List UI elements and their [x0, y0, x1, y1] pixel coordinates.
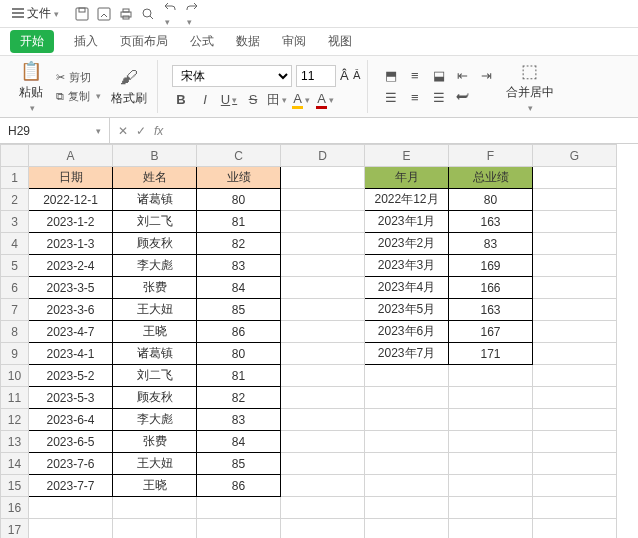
cell[interactable]: 王大妞 — [113, 299, 197, 321]
tab-insert[interactable]: 插入 — [72, 29, 100, 54]
cell[interactable] — [197, 519, 281, 539]
cell[interactable]: 顾友秋 — [113, 387, 197, 409]
cell[interactable]: 2023-6-4 — [29, 409, 113, 431]
cell[interactable]: 80 — [197, 189, 281, 211]
increase-indent-icon[interactable]: ⇥ — [478, 67, 496, 85]
tab-layout[interactable]: 页面布局 — [118, 29, 170, 54]
cell[interactable] — [281, 365, 365, 387]
cell[interactable]: 2023年1月 — [365, 211, 449, 233]
cell[interactable]: 张费 — [113, 431, 197, 453]
col-header[interactable]: B — [113, 145, 197, 167]
cell[interactable]: 年月 — [365, 167, 449, 189]
align-right-icon[interactable]: ☰ — [430, 89, 448, 107]
fx-icon[interactable]: fx — [154, 124, 163, 138]
row-header[interactable]: 14 — [1, 453, 29, 475]
save-icon[interactable] — [75, 7, 89, 21]
cell[interactable] — [533, 277, 617, 299]
fill-color-button[interactable]: A — [292, 91, 310, 109]
cell[interactable] — [533, 189, 617, 211]
col-header[interactable]: A — [29, 145, 113, 167]
font-color-button[interactable]: A — [316, 91, 334, 109]
col-header[interactable]: C — [197, 145, 281, 167]
format-painter-button[interactable]: 🖌 格式刷 — [107, 65, 151, 109]
cell[interactable] — [533, 211, 617, 233]
cell[interactable]: 王晓 — [113, 321, 197, 343]
cell[interactable] — [533, 409, 617, 431]
cell[interactable]: 86 — [197, 475, 281, 497]
tab-formula[interactable]: 公式 — [188, 29, 216, 54]
cell[interactable]: 2022-12-1 — [29, 189, 113, 211]
tab-home[interactable]: 开始 — [10, 30, 54, 53]
cell[interactable] — [29, 519, 113, 539]
cell[interactable]: 83 — [197, 255, 281, 277]
cell[interactable] — [365, 475, 449, 497]
cell[interactable]: 诸葛镇 — [113, 343, 197, 365]
cell[interactable]: 诸葛镇 — [113, 189, 197, 211]
strike-button[interactable]: S — [244, 91, 262, 109]
cell[interactable]: 李大彪 — [113, 409, 197, 431]
cell[interactable] — [533, 475, 617, 497]
cell[interactable]: 2023年6月 — [365, 321, 449, 343]
cell[interactable]: 2023-4-1 — [29, 343, 113, 365]
name-box[interactable]: H29 ▾ — [0, 118, 110, 143]
row-header[interactable]: 13 — [1, 431, 29, 453]
cell[interactable] — [533, 453, 617, 475]
cell[interactable]: 2023-7-7 — [29, 475, 113, 497]
cell[interactable] — [533, 431, 617, 453]
cell[interactable] — [449, 409, 533, 431]
row-header[interactable]: 5 — [1, 255, 29, 277]
cell[interactable]: 2023-3-5 — [29, 277, 113, 299]
print-preview-icon[interactable] — [141, 7, 155, 21]
cell[interactable] — [449, 475, 533, 497]
print-icon[interactable] — [119, 7, 133, 21]
cell[interactable] — [533, 519, 617, 539]
tab-data[interactable]: 数据 — [234, 29, 262, 54]
cell[interactable]: 张费 — [113, 277, 197, 299]
row-header[interactable]: 12 — [1, 409, 29, 431]
col-header[interactable]: E — [365, 145, 449, 167]
align-middle-icon[interactable]: ≡ — [406, 67, 424, 85]
row-header[interactable]: 2 — [1, 189, 29, 211]
row-header[interactable]: 17 — [1, 519, 29, 539]
cell[interactable] — [365, 365, 449, 387]
cell[interactable] — [281, 387, 365, 409]
cell[interactable]: 姓名 — [113, 167, 197, 189]
cell[interactable] — [281, 211, 365, 233]
cell[interactable] — [281, 167, 365, 189]
cell[interactable]: 82 — [197, 233, 281, 255]
save-as-icon[interactable] — [97, 7, 111, 21]
border-button[interactable]: 田 — [268, 91, 286, 109]
cell[interactable]: 2023年7月 — [365, 343, 449, 365]
cell[interactable]: 业绩 — [197, 167, 281, 189]
cell[interactable] — [533, 365, 617, 387]
col-header[interactable]: D — [281, 145, 365, 167]
cell[interactable] — [533, 299, 617, 321]
paste-button[interactable]: 📋 粘贴 — [12, 58, 50, 115]
increase-font-icon[interactable]: Â — [340, 68, 349, 83]
tab-review[interactable]: 审阅 — [280, 29, 308, 54]
cell[interactable]: 王晓 — [113, 475, 197, 497]
col-header[interactable]: G — [533, 145, 617, 167]
font-name-select[interactable]: 宋体 — [172, 65, 292, 87]
cell[interactable] — [281, 519, 365, 539]
worksheet[interactable]: ABCDEFG1日期姓名业绩年月总业绩22022-12-1诸葛镇802022年1… — [0, 144, 638, 538]
cell[interactable] — [365, 497, 449, 519]
row-header[interactable]: 16 — [1, 497, 29, 519]
cell[interactable]: 顾友秋 — [113, 233, 197, 255]
cell[interactable] — [281, 409, 365, 431]
merge-center-button[interactable]: ⬚ 合并居中 — [502, 58, 558, 115]
cell[interactable] — [533, 255, 617, 277]
cell[interactable] — [533, 387, 617, 409]
cell[interactable] — [281, 343, 365, 365]
cell[interactable] — [281, 475, 365, 497]
cell[interactable]: 85 — [197, 299, 281, 321]
cell[interactable]: 86 — [197, 321, 281, 343]
row-header[interactable]: 4 — [1, 233, 29, 255]
row-header[interactable]: 15 — [1, 475, 29, 497]
cell[interactable] — [533, 343, 617, 365]
copy-button[interactable]: ⧉复制 — [56, 89, 101, 104]
decrease-indent-icon[interactable]: ⇤ — [454, 67, 472, 85]
cell[interactable] — [281, 453, 365, 475]
cell[interactable]: 2022年12月 — [365, 189, 449, 211]
bold-button[interactable]: B — [172, 91, 190, 109]
